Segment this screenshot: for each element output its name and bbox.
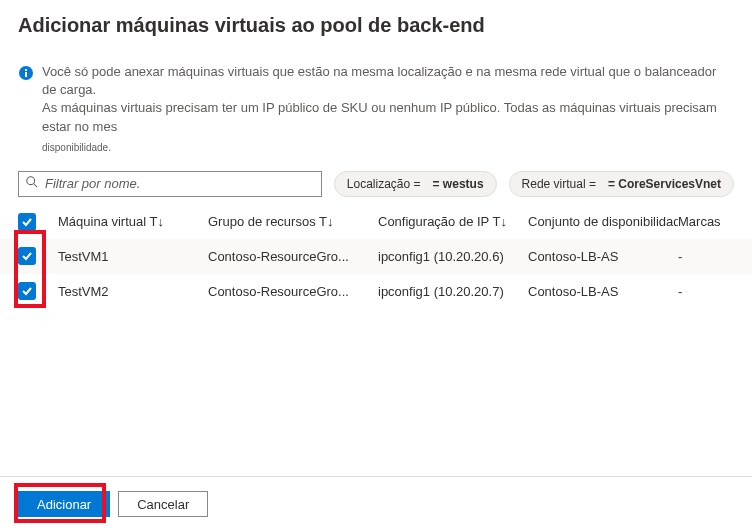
cell-avset: Contoso-LB-AS <box>528 284 678 299</box>
svg-rect-2 <box>25 69 27 71</box>
table-row[interactable]: TestVM1 Contoso-ResourceGro... ipconfig1… <box>0 239 752 274</box>
cell-rg: Contoso-ResourceGro... <box>208 249 378 264</box>
cell-avset: Contoso-LB-AS <box>528 249 678 264</box>
cell-ip: ipconfig1 (10.20.20.6) <box>378 249 528 264</box>
vm-table: Máquina virtual T↓ Grupo de recursos T↓ … <box>0 205 752 309</box>
filter-input[interactable] <box>45 176 315 191</box>
info-banner: Você só pode anexar máquinas virtuais qu… <box>0 45 752 140</box>
col-avset[interactable]: Conjunto de disponibilidadeT↓ <box>528 214 678 229</box>
svg-rect-1 <box>25 72 27 77</box>
col-tags[interactable]: Marcas <box>678 214 738 229</box>
filter-row: Localização = = westus Rede virtual = = … <box>0 153 752 205</box>
cell-tags: - <box>678 284 738 299</box>
cell-ip: ipconfig1 (10.20.20.7) <box>378 284 528 299</box>
add-button[interactable]: Adicionar <box>18 491 110 517</box>
search-icon <box>25 175 39 193</box>
svg-point-3 <box>27 177 35 185</box>
svg-line-4 <box>34 184 38 188</box>
cell-tags: - <box>678 249 738 264</box>
col-vm[interactable]: Máquina virtual T↓ <box>58 214 208 229</box>
filter-input-wrap[interactable] <box>18 171 322 197</box>
col-ip[interactable]: Configuração de IP T↓ <box>378 214 528 229</box>
vnet-filter-label: Rede virtual = <box>522 177 596 191</box>
info-line1: Você só pode anexar máquinas virtuais qu… <box>42 64 716 97</box>
select-all-checkbox[interactable] <box>18 213 36 231</box>
row-checkbox[interactable] <box>18 282 36 300</box>
cell-vm: TestVM2 <box>58 284 208 299</box>
location-filter-label: Localização = <box>347 177 421 191</box>
location-filter-value: = westus <box>433 177 484 191</box>
cell-rg: Contoso-ResourceGro... <box>208 284 378 299</box>
cell-vm: TestVM1 <box>58 249 208 264</box>
cancel-button[interactable]: Cancelar <box>118 491 208 517</box>
location-filter-pill[interactable]: Localização = = westus <box>334 171 497 197</box>
table-row[interactable]: TestVM2 Contoso-ResourceGro... ipconfig1… <box>0 274 752 309</box>
col-rg[interactable]: Grupo de recursos T↓ <box>208 214 378 229</box>
info-icon <box>18 65 34 81</box>
vnet-filter-pill[interactable]: Rede virtual = = CoreServicesVnet <box>509 171 734 197</box>
footer: Adicionar Cancelar <box>0 476 752 531</box>
table-header: Máquina virtual T↓ Grupo de recursos T↓ … <box>0 205 752 239</box>
info-text: Você só pode anexar máquinas virtuais qu… <box>42 63 734 136</box>
page-title: Adicionar máquinas virtuais ao pool de b… <box>0 0 752 45</box>
vnet-filter-value: = CoreServicesVnet <box>608 177 721 191</box>
info-line2: As máquinas virtuais precisam ter um IP … <box>42 100 717 133</box>
info-sub: disponibilidade. <box>0 142 752 153</box>
row-checkbox[interactable] <box>18 247 36 265</box>
